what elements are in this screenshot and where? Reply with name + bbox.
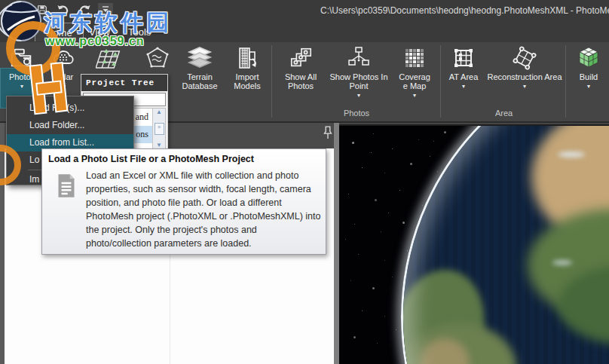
build-label: Build	[580, 72, 598, 81]
build-arrow: ▾	[587, 83, 590, 90]
coverage-map-label: Coverage Map	[397, 72, 432, 90]
scroll-thumb[interactable]: ≡	[155, 123, 164, 135]
pushpin-icon	[323, 126, 333, 139]
tab-view[interactable]: View	[78, 23, 121, 41]
ribbon-button-build[interactable]: Build ▾	[569, 44, 608, 109]
cloud-streak	[552, 260, 572, 265]
redo-icon	[78, 5, 91, 16]
save-icon	[37, 5, 47, 15]
menu-item-load-files[interactable]: Load File(s)...	[7, 99, 133, 117]
ribbon-button-import-models[interactable]: Import Models	[225, 44, 269, 109]
menu-item-load-folder[interactable]: Load Folder...	[7, 117, 133, 134]
terrain-layers-icon	[186, 44, 213, 72]
build-cube-icon	[576, 44, 601, 72]
at-area-label: AT Area	[449, 72, 479, 81]
lidar-cloud-icon	[51, 44, 77, 72]
load-from-list-tooltip: Load a Photo List File or a PhotoMesh Pr…	[41, 148, 326, 255]
land-sahel	[528, 209, 609, 322]
photo-grid-icon	[96, 44, 126, 72]
show-all-photos-label: Show All Photos	[275, 72, 326, 90]
terrain-database-label: Terrain Database	[176, 72, 223, 90]
redo-button[interactable]	[77, 3, 92, 17]
window-title: C:\Users\pc0359\Documents\heodng\heodng.…	[320, 5, 609, 16]
coverage-polygon-icon	[144, 44, 171, 72]
pixel-grid-icon	[402, 44, 427, 72]
stars	[339, 126, 340, 127]
land-west-africa	[558, 265, 609, 344]
ribbon-button-terrain-database[interactable]: Terrain Database	[176, 44, 223, 109]
customize-toolbar-button[interactable]	[98, 3, 113, 17]
pin-panel-button[interactable]	[323, 126, 333, 139]
photos-folder-icon	[9, 44, 35, 72]
undo-icon	[57, 5, 70, 16]
reconstruction-area-label: Reconstruction Area	[487, 72, 562, 81]
ribbon-separator	[440, 45, 441, 118]
quick-access-toolbar	[35, 3, 113, 17]
ribbon-group-area: Area	[444, 109, 564, 118]
import-models-label: Import Models	[225, 72, 269, 90]
save-button[interactable]	[35, 3, 50, 17]
photomesh-window: C:\Users\pc0359\Documents\heodng\heodng.…	[0, 0, 609, 364]
earth-globe	[401, 124, 609, 364]
ribbon-button-show-all-photos[interactable]: Show All Photos	[275, 44, 326, 109]
import-building-icon	[234, 44, 260, 72]
tooltip-body: Load an Excel or XML file with collectio…	[86, 169, 323, 250]
photos-point-icon	[346, 44, 372, 72]
photo-stack-icon	[288, 44, 314, 72]
lidar-label: Lidar	[55, 72, 73, 81]
undo-button[interactable]	[56, 3, 71, 17]
title-bar: C:\Users\pc0359\Documents\heodng\heodng.…	[0, 0, 609, 21]
ribbon-separator	[565, 45, 566, 118]
land-brazil-highland	[420, 338, 470, 364]
ribbon-button-coverage-map[interactable]: Coverage Map ▾	[391, 44, 438, 109]
ribbon-button-at-area[interactable]: AT Area ▾	[444, 44, 483, 109]
reconstruction-area-arrow: ▾	[523, 83, 526, 90]
document-list-icon	[56, 173, 77, 201]
ribbon-group-photos: Photos	[275, 109, 438, 118]
at-area-grid-icon	[451, 44, 476, 72]
tooltip-title: Load a Photo List File or a PhotoMesh Pr…	[42, 149, 326, 166]
panel-splitter[interactable]	[334, 123, 339, 364]
tab-home[interactable]: Home	[35, 23, 84, 41]
photos-dropdown-arrow: ▾	[20, 83, 23, 90]
lidar-dropdown-arrow: ▾	[63, 83, 66, 90]
chevron-down-icon	[102, 6, 109, 14]
ribbon-tabs: Home View Tools	[0, 21, 609, 42]
reconstruction-area-icon	[511, 44, 538, 72]
land-brazil-south	[403, 323, 516, 364]
show-photos-in-point-arrow: ▾	[357, 92, 360, 99]
ribbon-button-show-photos-in-point[interactable]: Show Photos In Point ▾	[329, 44, 389, 109]
project-tree-title: Project Tree	[81, 75, 167, 91]
globe-3d-view[interactable]	[339, 124, 609, 364]
tab-tools[interactable]: Tools	[118, 23, 161, 41]
land-sahara	[531, 124, 609, 250]
coverage-map-arrow: ▾	[413, 92, 416, 99]
photos-label: Photos	[9, 72, 35, 81]
show-photos-in-point-label: Show Photos In Point	[329, 72, 389, 90]
ribbon-separator	[271, 45, 272, 118]
scroll-up-icon[interactable]: ▲	[156, 109, 162, 116]
cloud-streak	[558, 151, 585, 158]
tree-scrollbar[interactable]: ▲ ≡ ▼	[152, 109, 165, 149]
at-area-arrow: ▾	[462, 83, 465, 90]
land-brazil-north	[401, 260, 497, 364]
ribbon-button-reconstruction-area[interactable]: Reconstruction Area ▾	[485, 44, 564, 109]
